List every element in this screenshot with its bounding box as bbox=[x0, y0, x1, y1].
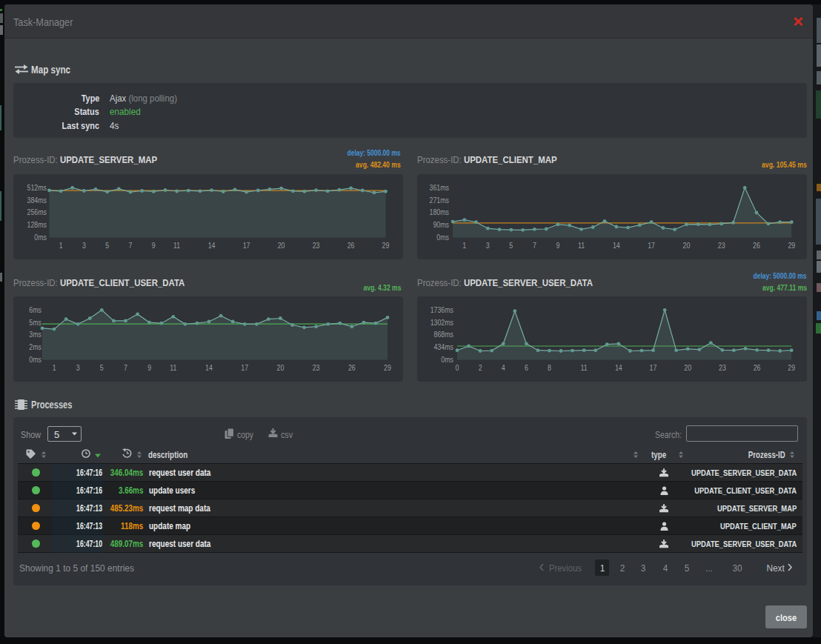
svg-text:5: 5 bbox=[509, 241, 513, 250]
svg-text:6: 6 bbox=[525, 363, 528, 372]
svg-text:14: 14 bbox=[205, 363, 213, 372]
svg-text:20: 20 bbox=[684, 363, 691, 372]
svg-text:90ms: 90ms bbox=[433, 220, 449, 229]
svg-text:256ms: 256ms bbox=[27, 208, 47, 217]
svg-text:180ms: 180ms bbox=[430, 208, 450, 217]
svg-text:0ms: 0ms bbox=[29, 355, 41, 364]
svg-text:23: 23 bbox=[313, 363, 320, 372]
svg-text:20: 20 bbox=[276, 363, 284, 372]
svg-text:11: 11 bbox=[581, 363, 588, 372]
svg-text:2: 2 bbox=[479, 363, 482, 372]
svg-text:14: 14 bbox=[613, 241, 620, 250]
svg-text:11: 11 bbox=[170, 363, 176, 372]
svg-text:384ms: 384ms bbox=[27, 196, 47, 205]
svg-text:9: 9 bbox=[147, 363, 151, 372]
svg-text:3ms: 3ms bbox=[29, 331, 41, 339]
svg-text:2ms: 2ms bbox=[29, 342, 41, 351]
svg-text:9: 9 bbox=[556, 241, 559, 250]
svg-text:7: 7 bbox=[129, 241, 133, 250]
svg-text:17: 17 bbox=[241, 363, 248, 372]
svg-text:11: 11 bbox=[578, 241, 585, 250]
svg-text:29: 29 bbox=[384, 363, 391, 372]
svg-text:1: 1 bbox=[59, 241, 63, 250]
svg-text:1: 1 bbox=[53, 363, 56, 372]
svg-text:7: 7 bbox=[533, 241, 536, 250]
svg-text:8: 8 bbox=[548, 363, 551, 372]
svg-text:0: 0 bbox=[456, 363, 459, 372]
svg-text:26: 26 bbox=[753, 241, 760, 250]
svg-text:3: 3 bbox=[486, 241, 490, 250]
svg-text:26: 26 bbox=[348, 241, 355, 250]
svg-text:3: 3 bbox=[82, 241, 86, 250]
svg-text:3: 3 bbox=[76, 363, 80, 372]
svg-text:14: 14 bbox=[208, 241, 216, 250]
svg-text:1302ms: 1302ms bbox=[431, 318, 453, 327]
svg-text:20: 20 bbox=[278, 241, 285, 250]
svg-text:128ms: 128ms bbox=[27, 220, 47, 229]
svg-text:0ms: 0ms bbox=[34, 233, 47, 242]
svg-text:5: 5 bbox=[100, 363, 104, 372]
svg-text:11: 11 bbox=[173, 241, 180, 250]
svg-text:14: 14 bbox=[615, 363, 622, 372]
svg-text:29: 29 bbox=[788, 241, 795, 250]
svg-text:868ms: 868ms bbox=[434, 331, 454, 339]
svg-text:26: 26 bbox=[754, 363, 761, 372]
svg-text:17: 17 bbox=[648, 241, 655, 250]
svg-text:17: 17 bbox=[243, 241, 250, 250]
svg-text:9: 9 bbox=[152, 241, 156, 250]
svg-text:512ms: 512ms bbox=[27, 183, 47, 192]
svg-text:5: 5 bbox=[105, 241, 109, 250]
svg-text:1736ms: 1736ms bbox=[431, 305, 453, 314]
svg-text:7: 7 bbox=[124, 363, 127, 372]
svg-text:5ms: 5ms bbox=[29, 318, 41, 327]
svg-text:23: 23 bbox=[718, 241, 725, 250]
svg-text:23: 23 bbox=[313, 241, 320, 250]
svg-text:20: 20 bbox=[682, 241, 690, 250]
svg-text:361ms: 361ms bbox=[430, 183, 450, 192]
svg-text:29: 29 bbox=[382, 241, 390, 250]
svg-text:0ms: 0ms bbox=[436, 233, 449, 242]
svg-text:17: 17 bbox=[650, 363, 657, 372]
svg-text:434ms: 434ms bbox=[434, 342, 454, 351]
svg-text:4: 4 bbox=[502, 363, 505, 372]
svg-text:0ms: 0ms bbox=[441, 355, 453, 364]
svg-text:23: 23 bbox=[719, 363, 726, 372]
svg-text:271ms: 271ms bbox=[430, 196, 450, 205]
svg-text:6ms: 6ms bbox=[29, 305, 41, 314]
svg-text:29: 29 bbox=[788, 363, 795, 372]
svg-text:26: 26 bbox=[348, 363, 356, 372]
svg-text:1: 1 bbox=[462, 241, 466, 250]
